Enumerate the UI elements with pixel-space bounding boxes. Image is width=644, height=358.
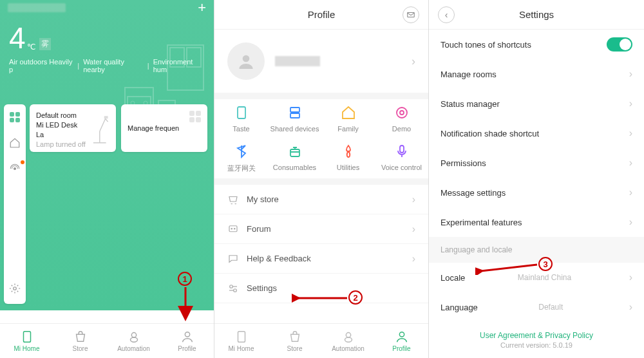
svg-point-22 (397, 108, 407, 118)
grid-taste[interactable]: Taste (214, 104, 268, 133)
svg-point-28 (234, 228, 236, 229)
nav-mi-home[interactable]: Mi Home (0, 324, 53, 358)
arrow-1 (177, 285, 196, 322)
screen-profile: Profile › Taste Shared devices Family De… (214, 0, 429, 358)
manage-card[interactable]: Manage frequen (121, 104, 207, 152)
row-touch-tones[interactable]: Touch tones of shortcuts (429, 30, 644, 59)
grid-consumables[interactable]: Consumables (268, 143, 321, 173)
home-top: + 4 ℃ 雾 Air outdoors Heavily p | Water q… (0, 0, 214, 310)
nav-mi-home[interactable]: Mi Home (214, 324, 268, 358)
footer-version: Current version: 5.0.19 (429, 340, 644, 349)
svg-rect-19 (238, 107, 245, 118)
row-manage-rooms[interactable]: Manage rooms› (429, 59, 644, 89)
chevron-right-icon: › (412, 194, 415, 205)
env-humidity: Environment hum (153, 58, 205, 73)
rail-grid-icon[interactable] (8, 111, 21, 124)
status-bar (8, 3, 66, 12)
svg-point-35 (346, 333, 350, 337)
svg-point-12 (130, 337, 137, 342)
svg-point-31 (234, 288, 237, 292)
feature-grid-row-2: 蓝牙网关 Consumables Utilities Voice control (214, 138, 428, 178)
row-notification-shade[interactable]: Notification shade shortcut› (429, 118, 644, 148)
row-experimental[interactable]: Experimental features› (429, 207, 644, 237)
language-value: Default (538, 303, 563, 312)
profile-header: Profile (214, 0, 428, 30)
chevron-right-icon: › (629, 98, 632, 109)
nav-automation[interactable]: Automation (107, 324, 160, 358)
footer-agreement-link[interactable]: User Agreement & Privacy Policy (429, 322, 644, 340)
nav-bar: Mi Home Store Automation Profile (214, 323, 428, 358)
grid-demo[interactable]: Demo (375, 104, 428, 133)
device-card[interactable]: Default room Mi LED Desk La Lamp turned … (30, 104, 116, 152)
lamp-icon (90, 111, 109, 146)
grid-shared[interactable]: Shared devices (268, 104, 321, 133)
grid-bluetooth[interactable]: 蓝牙网关 (214, 143, 268, 173)
svg-point-9 (14, 287, 17, 290)
svg-rect-11 (23, 332, 30, 343)
device-cards: Default room Mi LED Desk La Lamp turned … (30, 104, 207, 152)
row-permissions[interactable]: Permissions› (429, 148, 644, 178)
svg-point-18 (243, 55, 250, 62)
svg-point-8 (14, 168, 16, 170)
side-rail (4, 104, 26, 304)
svg-point-27 (231, 228, 232, 229)
toggle-switch[interactable] (607, 37, 632, 52)
svg-rect-25 (400, 146, 404, 153)
svg-point-29 (230, 285, 233, 288)
chevron-right-icon: › (629, 301, 632, 313)
nav-automation[interactable]: Automation (321, 324, 375, 358)
screen-settings: ‹ Settings Touch tones of shortcuts Mana… (429, 0, 644, 358)
svg-point-34 (345, 337, 352, 342)
svg-point-13 (131, 333, 136, 337)
grid-family[interactable]: Family (321, 104, 375, 133)
weather-condition: 雾 (39, 38, 51, 50)
page-title: Profile (308, 9, 336, 20)
nav-store[interactable]: Store (268, 324, 321, 358)
sliders-icon (227, 283, 239, 294)
nav-label: Mi Home (14, 345, 39, 352)
arrow-3 (475, 258, 540, 275)
nav-label: Store (73, 345, 88, 352)
settings-header: ‹ Settings (429, 0, 644, 30)
chevron-right-icon: › (629, 68, 632, 80)
svg-rect-33 (238, 332, 245, 343)
chevron-right-icon: › (629, 272, 632, 283)
nav-store[interactable]: Store (53, 324, 107, 358)
chevron-right-icon: › (629, 157, 632, 169)
rail-home-icon[interactable] (8, 137, 21, 149)
nav-label: Profile (178, 345, 196, 352)
svg-rect-10 (104, 116, 108, 118)
nav-profile[interactable]: Profile (375, 324, 428, 358)
nav-profile[interactable]: Profile (160, 324, 214, 358)
annotation-3: 3 (538, 257, 553, 271)
card-room: Default room (36, 111, 86, 120)
card-status: Lamp turned off (36, 140, 86, 149)
profile-row[interactable]: › (214, 30, 428, 93)
nav-label: Automation (117, 345, 150, 352)
row-message-settings[interactable]: Message settings› (429, 178, 644, 207)
list-help[interactable]: Help & Feedback› (214, 244, 428, 274)
add-icon[interactable]: + (198, 1, 206, 15)
rail-broadcast-icon[interactable] (8, 162, 21, 175)
svg-rect-24 (290, 149, 299, 156)
svg-point-23 (400, 111, 404, 115)
grid-icon (189, 111, 201, 122)
chevron-right-icon: › (412, 55, 415, 68)
back-button[interactable]: ‹ (438, 6, 455, 23)
manage-label: Manage frequen (128, 124, 179, 133)
chevron-right-icon: › (412, 223, 415, 235)
rail-settings-icon[interactable] (8, 282, 21, 295)
svg-rect-21 (290, 113, 299, 118)
list-my-store[interactable]: My store› (214, 185, 428, 214)
arrow-2 (292, 291, 351, 305)
grid-utilities[interactable]: Utilities (321, 143, 375, 173)
svg-line-40 (480, 265, 537, 271)
screen-home: + 4 ℃ 雾 Air outdoors Heavily p | Water q… (0, 0, 214, 358)
list-forum[interactable]: Forum› (214, 214, 428, 244)
cart-icon (227, 194, 239, 205)
annotation-2: 2 (348, 290, 363, 305)
grid-voice[interactable]: Voice control (375, 143, 428, 173)
row-language[interactable]: Language Default › (429, 292, 644, 322)
mail-icon[interactable] (402, 6, 419, 23)
row-status-manager[interactable]: Status manager› (429, 89, 644, 118)
